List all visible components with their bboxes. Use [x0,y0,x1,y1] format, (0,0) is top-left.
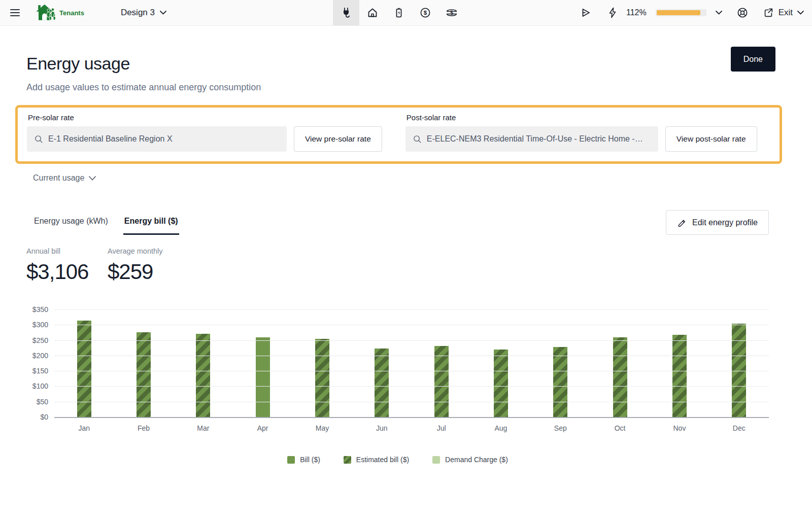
chevron-down-icon [160,11,166,15]
current-usage-toggle[interactable]: Current usage [33,173,96,183]
bar-slot [292,309,352,417]
exit-button[interactable]: Exit [763,7,804,18]
post-solar-rate-input[interactable]: E-ELEC-NEM3 Residential Time-Of-Use - El… [405,126,658,152]
design-selector-label: Design 3 [121,8,155,18]
offset-progress-fill [657,10,700,15]
gridline [54,309,769,310]
x-tick-label: Mar [174,424,233,432]
rates-highlight-box: Pre-solar rate E-1 Residential Baseline … [15,105,782,164]
hamburger-menu-button[interactable] [8,7,22,18]
brand-name: Tenants [59,9,84,17]
stats-row: Annual bill$3,106Average monthly$259 [26,247,812,284]
page-title: Energy usage [26,54,261,74]
tab-energy-bill[interactable]: Energy bill ($) [123,210,179,235]
x-tick-label: Jul [412,424,471,432]
design-selector[interactable]: Design 3 [121,8,166,18]
bar-nov [672,335,687,417]
top-bar: Tenants Design 3 [0,0,812,26]
run-simulation-button[interactable] [580,7,592,19]
chart-legend: Bill ($)Estimated bill ($)Demand Charge … [26,456,769,464]
plug-icon [340,7,352,19]
dollar-circle-icon: $ [419,7,431,19]
run-icon [580,7,592,19]
bar-dec [732,324,746,417]
pre-solar-rate-label: Pre-solar rate [28,113,382,122]
bar-slot [412,309,471,417]
legend-label: Bill ($) [300,456,320,464]
bar-slot [531,309,590,417]
page-header-titles: Energy usage Add usage values to estimat… [26,47,261,93]
utility-rates-tool-button[interactable] [333,0,359,25]
x-tick-label: Aug [471,424,530,432]
legend-swatch [287,456,295,464]
home-tool-button[interactable] [359,0,386,25]
y-tick-label: $200 [23,351,48,360]
stat-value: $259 [108,260,189,284]
bar-mar [196,334,210,417]
app-window: Tenants Design 3 [0,0,812,522]
pre-solar-rate-value: E-1 Residential Baseline Region X [48,134,173,144]
tab-list: Energy usage (kWh)Energy bill ($) [33,210,179,235]
edit-energy-profile-button[interactable]: Edit energy profile [666,210,769,235]
gridline [54,340,769,341]
y-tick-label: $0 [23,412,48,422]
legend-swatch [344,456,351,464]
done-button[interactable]: Done [731,47,775,72]
plot-area [54,309,769,418]
stat-label: Average monthly [108,247,189,255]
stat-value: $3,106 [26,260,108,284]
bar-sep [553,347,567,417]
legend-item: Demand Charge ($) [432,456,508,464]
energy-bill-chart: $350$300$250$200$150$100$50$0 JanFebMarA… [26,309,769,464]
bar-slot [709,309,769,417]
x-tick-label: Nov [650,424,709,432]
bar-apr [256,337,270,417]
bar-oct [613,337,627,417]
incentives-tool-button[interactable]: $ [438,0,465,25]
bar-may [315,339,329,417]
exit-label: Exit [779,8,793,18]
pre-solar-rate-input[interactable]: E-1 Residential Baseline Region X [27,126,287,152]
pricing-tool-button[interactable]: $ [412,0,438,25]
help-button[interactable] [736,7,749,19]
chevron-down-icon [797,11,804,15]
x-tick-label: Jan [54,424,114,432]
bar-slot [352,309,412,417]
top-bar-tools: $ $ [333,0,465,25]
pencil-icon [677,218,687,227]
bar-slot [233,309,292,417]
stat-block: Annual bill$3,106 [26,247,108,284]
post-solar-rate-label: Post-solar rate [407,113,757,122]
gridline [54,356,769,356]
post-solar-rate-section: Post-solar rate E-ELEC-NEM3 Residential … [405,113,757,152]
y-tick-label: $300 [23,320,48,329]
bar-jul [434,346,449,417]
post-solar-rate-value: E-ELEC-NEM3 Residential Time-Of-Use - El… [427,134,643,144]
bar-slot [54,309,114,417]
help-icon [736,7,749,19]
gridline [54,371,769,371]
view-pre-solar-rate-button[interactable]: View pre-solar rate [294,126,382,152]
bar-slot [114,309,173,417]
offset-percwhile-label: 112% [626,8,647,17]
y-tick-label: $150 [23,366,48,375]
view-post-solar-rate-button[interactable]: View post-solar rate [665,126,757,152]
x-tick-label: Apr [233,424,292,432]
chevron-down-icon[interactable] [716,11,722,15]
legend-item: Estimated bill ($) [344,456,409,464]
gridline [54,402,769,402]
y-tick-label: $250 [23,336,48,345]
svg-text:$: $ [424,10,427,16]
current-usage-label: Current usage [33,173,84,183]
exit-icon [763,7,774,18]
bar-slot [650,309,709,417]
tab-energy-usage-kwh[interactable]: Energy usage (kWh) [33,210,109,235]
stat-label: Annual bill [26,247,108,255]
pre-solar-rate-section: Pre-solar rate E-1 Residential Baseline … [27,113,382,152]
bolt-icon [608,7,617,18]
legend-item: Bill ($) [287,456,320,464]
chevron-down-icon [89,176,96,181]
battery-tool-button[interactable] [386,0,412,25]
bar-feb [137,332,151,417]
bar-slot [174,309,233,417]
